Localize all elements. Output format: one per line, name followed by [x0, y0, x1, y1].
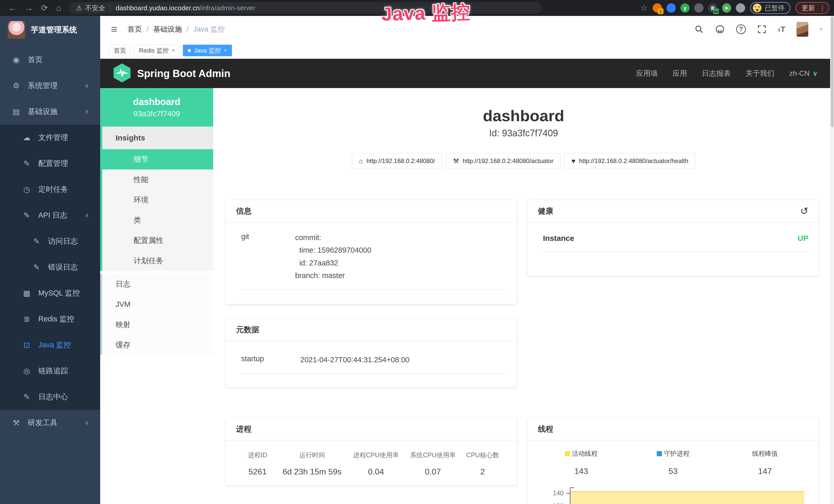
security-label[interactable]: 不安全: [85, 4, 105, 13]
sidebar-item-api-log[interactable]: ✎API 日志∧: [0, 202, 100, 228]
search-icon[interactable]: [695, 25, 704, 34]
user-avatar[interactable]: [796, 22, 808, 37]
process-card: 进程 进程ID5261运行时间6d 23h 15m 59s进程CPU使用率0.0…: [225, 418, 517, 485]
sba-menu-缓存[interactable]: 缓存: [102, 335, 213, 355]
breadcrumb-item[interactable]: 基础设施: [153, 24, 182, 34]
info-value-line: branch: master: [295, 269, 371, 282]
sidebar-item-trace[interactable]: ◎链路追踪: [0, 358, 100, 384]
bookmark-star-icon[interactable]: ☆: [640, 3, 648, 13]
circle-arrow-extension-icon[interactable]: 1: [653, 3, 662, 13]
sidebar-item-access-log[interactable]: ✎访问日志: [0, 228, 100, 254]
y-extension-icon[interactable]: y: [680, 3, 690, 13]
fullscreen-icon[interactable]: [757, 25, 766, 34]
legend-label: 活动线程: [565, 449, 598, 458]
scrollbar-thumb[interactable]: [831, 17, 833, 127]
wrench-icon: ⚒: [453, 157, 459, 165]
sba-nav-item[interactable]: 应用墙: [636, 69, 658, 78]
sidebar-item-label: 日志中心: [38, 392, 68, 402]
sba-menu-性能[interactable]: 性能: [102, 169, 213, 190]
paused-extension-pill[interactable]: 已暂停: [750, 2, 790, 14]
sidebar-item-job[interactable]: ◷定时任务: [0, 176, 100, 202]
sidebar-item-redis-monitor[interactable]: ≣Redis 监控: [0, 306, 100, 332]
sba-menu-环境[interactable]: 环境: [102, 190, 213, 210]
sba-menu-日志[interactable]: 日志: [102, 274, 213, 294]
gear-icon: ⚙: [11, 81, 21, 90]
sidebar-item-log-center[interactable]: ✎日志中心: [0, 384, 100, 410]
url-path[interactable]: /infra/admin-server: [200, 4, 255, 12]
metadata-card-title: 元数据: [236, 324, 259, 335]
sba-menu-JVM[interactable]: JVM: [102, 294, 213, 315]
instance-link-button[interactable]: ⌂http://192.168.0.2:48080/: [352, 153, 442, 169]
sba-menu-细节[interactable]: 细节: [102, 149, 213, 169]
breadcrumb-item[interactable]: Java 监控: [193, 24, 225, 34]
pin-extension-icon[interactable]: [666, 3, 676, 13]
sidebar-item-file[interactable]: ☁文件管理: [0, 124, 100, 151]
sba-nav-item[interactable]: 关于我们: [746, 69, 774, 78]
github-icon[interactable]: [715, 24, 725, 34]
tab-Java 监控[interactable]: Java 监控×: [183, 45, 232, 56]
tab-首页[interactable]: 首页: [109, 45, 131, 56]
sidebar-item-infra[interactable]: ▤基础设施∧: [0, 98, 100, 124]
legend-text: 守护进程: [664, 449, 690, 458]
database-icon: ▦: [22, 289, 31, 298]
sba-menu-计划任务[interactable]: 计划任务: [102, 251, 213, 271]
sba-brand-title[interactable]: Spring Boot Admin: [137, 68, 231, 79]
metadata-row-startup: startup 2021-04-27T00:44:31.254+08:00: [241, 353, 506, 374]
list-extension-icon[interactable]: ≣on: [708, 3, 717, 13]
process-stat-label: 系统CPU使用率: [404, 451, 461, 459]
sidebar-item-label: 访问日志: [48, 236, 78, 247]
sidebar-item-mysql-monitor[interactable]: ▦MySQL 监控: [0, 280, 100, 306]
metadata-card: 元数据 startup 2021-04-27T00:44:31.254+08:0…: [225, 318, 517, 387]
instance-link-button[interactable]: ♥http://192.168.0.2:48080/actuator/healt…: [565, 153, 695, 169]
instance-header[interactable]: dashboard 93a3fc7f7409: [100, 88, 213, 127]
sidebar-item-config[interactable]: ✎配置管理: [0, 151, 100, 176]
url-host[interactable]: dashboard.yudao.iocoder.cn: [115, 4, 200, 12]
history-icon[interactable]: ↺: [800, 205, 808, 217]
puzzle-extension-icon[interactable]: [736, 3, 745, 13]
sidebar-item-home[interactable]: ◉首页: [0, 47, 100, 73]
chrome-update-button[interactable]: 更新 ⋮: [795, 2, 829, 14]
app-logo[interactable]: 芋道管理系统: [0, 16, 100, 42]
sba-nav-item[interactable]: 应用: [673, 69, 687, 78]
browser-scrollbar[interactable]: [830, 16, 834, 504]
log-center-icon: ✎: [22, 392, 31, 401]
legend-value: 143: [535, 466, 627, 476]
health-card-title: 健康: [538, 206, 553, 216]
sba-nav-item[interactable]: 日志报表: [702, 69, 731, 78]
breadcrumb-item[interactable]: 首页: [128, 24, 142, 34]
legend-活动线程: 活动线程143: [535, 449, 627, 476]
threads-card-title: 线程: [538, 424, 553, 434]
sba-menu-配置属性[interactable]: 配置属性: [102, 230, 213, 251]
tab-label: Java 监控: [194, 46, 221, 55]
back-icon[interactable]: ←: [8, 4, 17, 12]
font-size-icon[interactable]: тT: [778, 25, 785, 33]
tab-Redis 监控[interactable]: Redis 监控×: [134, 45, 180, 56]
instance-link-button[interactable]: ⚒http://192.168.0.2:48080/actuator: [446, 153, 561, 169]
grid-extension-icon[interactable]: [694, 3, 704, 13]
close-icon[interactable]: ×: [224, 47, 227, 53]
sidebar-item-label: 文件管理: [38, 133, 68, 143]
help-icon[interactable]: ?: [736, 24, 746, 34]
chevron-down-icon[interactable]: ▾: [820, 26, 823, 33]
dashboard-icon: ◉: [11, 55, 21, 64]
sba-locale-select[interactable]: zh-CN∨: [789, 69, 817, 77]
sba-header: Spring Boot Admin 应用墙应用日志报表关于我们zh-CN∨: [100, 59, 834, 88]
close-icon[interactable]: ×: [172, 47, 175, 53]
process-stat-label: CPU核心数: [461, 451, 504, 459]
sba-menu-映射[interactable]: 映射: [102, 315, 213, 335]
forward-icon[interactable]: →: [25, 4, 33, 12]
sidebar-item-error-log[interactable]: ✎错误日志: [0, 254, 100, 280]
hamburger-icon[interactable]: ≡: [111, 23, 117, 36]
cloud-upload-icon: ☁: [22, 133, 31, 142]
kebab-menu-icon[interactable]: ⋮: [819, 4, 826, 12]
home-icon[interactable]: ⌂: [56, 4, 61, 12]
extension-strip: 1y≣on➤: [653, 3, 745, 13]
sidebar-item-system[interactable]: ⚙系统管理∨: [0, 73, 100, 98]
threads-legend: 活动线程143守护进程53线程峰值147: [528, 441, 818, 476]
reload-icon[interactable]: ⟳: [41, 4, 48, 12]
sidebar-item-java-monitor[interactable]: ⊡Java 监控: [0, 332, 100, 358]
sidebar-item-dev-tools[interactable]: ⚒研发工具∨: [0, 410, 100, 436]
process-stat-value: 6d 23h 15m 59s: [277, 467, 348, 477]
cursor-extension-icon[interactable]: ➤: [722, 3, 731, 13]
sba-menu-类[interactable]: 类: [102, 210, 213, 230]
